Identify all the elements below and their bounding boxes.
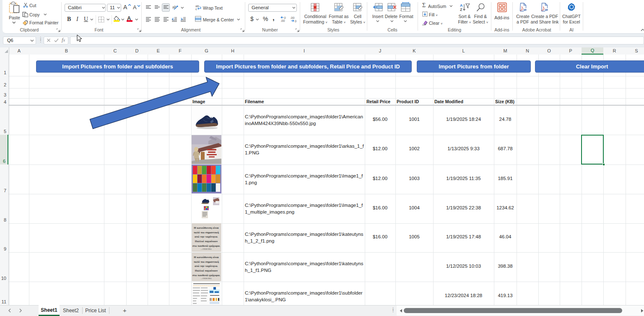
svg-text:στο πουθενά γρήγορα.: στο πουθενά γρήγορα. (192, 244, 221, 248)
svg-text:πολύ πιο σημαντική: πολύ πιο σημαντική (194, 231, 219, 234)
svg-text:Η κατεύθυνση είναι: Η κατεύθυνση είναι (194, 256, 219, 259)
svg-text:Πολλοί πηγαίνουν: Πολλοί πηγαίνουν (195, 269, 218, 272)
svg-text:στο πουθενά γρήγορα.: στο πουθενά γρήγορα. (192, 274, 221, 277)
svg-text:.00: .00 (290, 16, 294, 20)
svg-text:Πολλοί πηγαίνουν: Πολλοί πηγαίνουν (195, 240, 218, 243)
svg-text:A: A (460, 3, 463, 8)
svg-text:—CHURCHILL: —CHURCHILL (200, 248, 212, 250)
svg-text:—CHURCHILL: —CHURCHILL (200, 277, 212, 279)
svg-text:Z: Z (460, 8, 462, 12)
svg-text:ab: ab (172, 5, 177, 9)
svg-text:από την ταχύτητα.: από την ταχύτητα. (195, 235, 218, 238)
svg-text:c: c (195, 7, 197, 10)
svg-text:πολύ πιο σημαντική: πολύ πιο σημαντική (194, 260, 219, 264)
svg-text:0: 0 (295, 19, 296, 23)
svg-text:.00: .00 (280, 19, 285, 22)
svg-text:Η κατεύθυνση είναι: Η κατεύθυνση είναι (194, 226, 219, 230)
svg-text:από την ταχύτητα.: από την ταχύτητα. (195, 264, 218, 268)
